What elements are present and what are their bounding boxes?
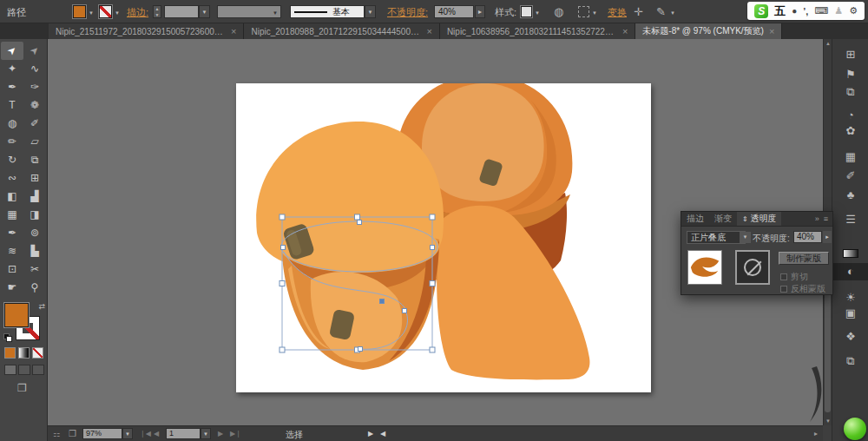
status-grid-icon[interactable]: ⚏ — [53, 430, 60, 438]
paintbrush-tool[interactable]: ✐ — [23, 115, 46, 133]
stroke-color-swatch[interactable] — [99, 5, 112, 18]
ime-punct-icon[interactable]: ’, — [803, 6, 808, 16]
zoom-level-field[interactable]: 97% — [82, 428, 122, 439]
shape-builder-tool[interactable]: ◧ — [1, 188, 23, 206]
blend-tool[interactable]: ⊚ — [23, 224, 46, 242]
column-graph-tool[interactable]: ▙ — [23, 242, 46, 260]
mesh-tool[interactable]: ▦ — [1, 206, 23, 224]
ime-mode-label[interactable]: 五 — [774, 3, 786, 19]
none-mode-button[interactable] — [32, 347, 43, 359]
status-export-icon[interactable]: ❐ — [69, 429, 76, 438]
panel-opacity-field[interactable]: 40% — [793, 231, 822, 243]
select-similar-icon[interactable] — [578, 6, 589, 17]
anchor-point-tool[interactable]: ✑ — [23, 78, 46, 96]
isolate-selection-icon[interactable]: ✎ — [656, 5, 666, 18]
invert-mask-checkbox-row[interactable]: 反相蒙版 — [780, 283, 825, 295]
front-fruit-shape[interactable] — [437, 206, 589, 380]
artboard[interactable] — [236, 83, 651, 392]
opacity-link[interactable]: 不透明度: — [387, 6, 428, 19]
rotate-tool[interactable]: ↻ — [1, 151, 23, 169]
selection-tool[interactable]: ➤ — [1, 42, 23, 60]
transform-link[interactable]: 变换 — [608, 6, 627, 19]
artboards-panel-icon[interactable]: ⧉ — [832, 352, 868, 370]
draw-normal-button[interactable] — [4, 365, 16, 375]
document-tab-3[interactable]: Nipic_10638956_20180321114513527224.ai*× — [440, 23, 635, 39]
prev-artboard-icon[interactable]: ◀ — [154, 430, 159, 438]
free-transform-tool[interactable]: ⧉ — [23, 151, 46, 169]
symbols-panel-icon[interactable]: ♣ — [832, 187, 868, 204]
panel-opacity-expand[interactable]: ▸ — [823, 231, 832, 243]
panel-tab-stroke[interactable]: 描边 — [681, 212, 709, 226]
opacity-expand-button[interactable]: ▸ — [475, 5, 485, 18]
panel-tab-gradient[interactable]: 渐变 — [709, 212, 737, 226]
graphic-styles-panel-icon[interactable]: ▣ — [832, 305, 868, 322]
next-artboard-icon[interactable]: ▶ — [218, 430, 223, 438]
fill-color-swatch[interactable] — [73, 5, 86, 18]
tab-close-icon[interactable]: × — [769, 26, 774, 36]
perspective-selection-tool[interactable]: ▟ — [23, 188, 46, 206]
clip-checkbox[interactable] — [780, 273, 787, 280]
zoom-dropdown[interactable]: ▼ — [122, 428, 133, 439]
hand-tool[interactable]: ☛ — [1, 279, 23, 297]
gradient-swatch-panel-icon[interactable] — [832, 244, 868, 261]
last-artboard-icon[interactable]: ▶❘ — [230, 430, 241, 438]
symbol-sprayer-tool[interactable]: ≋ — [1, 242, 23, 260]
blend-mode-select[interactable]: 正片叠底 ▼ — [687, 231, 746, 244]
brush-definition-field[interactable] — [217, 5, 281, 18]
hscroll-left-icon[interactable]: ◀ — [380, 430, 385, 438]
mask-thumbnail[interactable] — [735, 250, 770, 285]
draw-behind-button[interactable] — [18, 365, 30, 375]
ime-settings-icon[interactable]: ⚙ — [849, 5, 858, 16]
swap-fill-stroke-icon[interactable]: ⇄ — [38, 302, 45, 311]
transform-panel-icon[interactable]: ⊞ — [832, 46, 868, 63]
lasso-tool[interactable]: ∿ — [23, 60, 46, 78]
artboard-dropdown[interactable]: ▼ — [201, 428, 211, 439]
width-tool[interactable]: ∾ — [1, 169, 23, 188]
pen-tool[interactable]: ✒ — [1, 78, 23, 96]
scroll-down-icon[interactable]: ▼ — [825, 418, 832, 424]
shape-tool[interactable]: ❁ — [23, 96, 46, 115]
appearance-panel-icon[interactable]: ☀ — [832, 289, 868, 306]
fill-dropdown-icon[interactable]: ▼ — [89, 10, 94, 16]
type-tool[interactable]: T — [1, 96, 23, 115]
transparency-panel-icon[interactable]: ◐ — [832, 263, 868, 280]
stroke-weight-dropdown[interactable]: ▼ — [199, 5, 210, 18]
stroke-weight-field[interactable] — [164, 5, 199, 18]
perspective-grid-tool[interactable]: ⊞ — [23, 169, 46, 188]
stroke-panel-icon[interactable]: ☰ — [832, 211, 868, 228]
scroll-up-icon[interactable]: ▲ — [825, 41, 832, 46]
align-panel-icon[interactable]: ⚑ — [832, 66, 868, 83]
line-style-field[interactable]: 基本 — [290, 5, 365, 18]
invert-mask-checkbox[interactable] — [780, 286, 787, 293]
blend-dropdown-icon[interactable]: ▼ — [740, 232, 751, 243]
ime-keyboard-icon[interactable]: ⌨ — [814, 5, 828, 16]
swatches-panel-icon[interactable]: ▦ — [832, 148, 868, 166]
first-artboard-icon[interactable]: ❘◀ — [140, 430, 151, 438]
make-mask-button[interactable]: 制作蒙版 — [779, 252, 829, 265]
hscroll-right-icon[interactable]: ▶ — [368, 430, 373, 438]
recolor-artwork-icon[interactable]: ◍ — [554, 5, 563, 18]
ime-user-icon[interactable]: ♟ — [834, 5, 843, 16]
brush-dropdown-icon[interactable]: ▼ — [273, 10, 278, 16]
stroke-dropdown-icon[interactable]: ▼ — [115, 10, 120, 16]
stroke-link[interactable]: 描边: — [127, 6, 148, 19]
eraser-tool[interactable]: ▱ — [23, 133, 46, 151]
artboard-tool[interactable]: ⊡ — [1, 260, 23, 279]
gradient-tool[interactable]: ◨ — [23, 206, 46, 224]
object-thumbnail[interactable] — [687, 250, 722, 285]
style-dropdown-icon[interactable]: ▼ — [535, 10, 540, 16]
align-expand-icon[interactable]: ✛ — [634, 5, 643, 18]
ime-shape-icon[interactable]: ● — [792, 6, 797, 16]
document-tab-2[interactable]: Nipic_20180988_20171229150344445000.ai*× — [244, 23, 439, 39]
eyedropper-tool[interactable]: ✒ — [1, 224, 23, 242]
layers-panel-icon[interactable]: ❖ — [832, 328, 868, 346]
gradient-mode-button[interactable] — [18, 347, 30, 359]
document-tab-4[interactable]: 未标题-8* @ 97% (CMYK/预览)× — [635, 23, 782, 39]
ime-logo[interactable]: S — [754, 4, 768, 18]
screen-mode-button[interactable]: ❐ — [17, 382, 27, 394]
artboard-number-field[interactable]: 1 — [166, 428, 201, 439]
pencil-tool[interactable]: ✏ — [1, 133, 23, 151]
color-panel-icon[interactable]: ✿ — [832, 122, 868, 140]
gradient-panel-icon[interactable]: ◔ — [832, 107, 868, 124]
zoom-tool[interactable]: ⚲ — [23, 279, 46, 297]
